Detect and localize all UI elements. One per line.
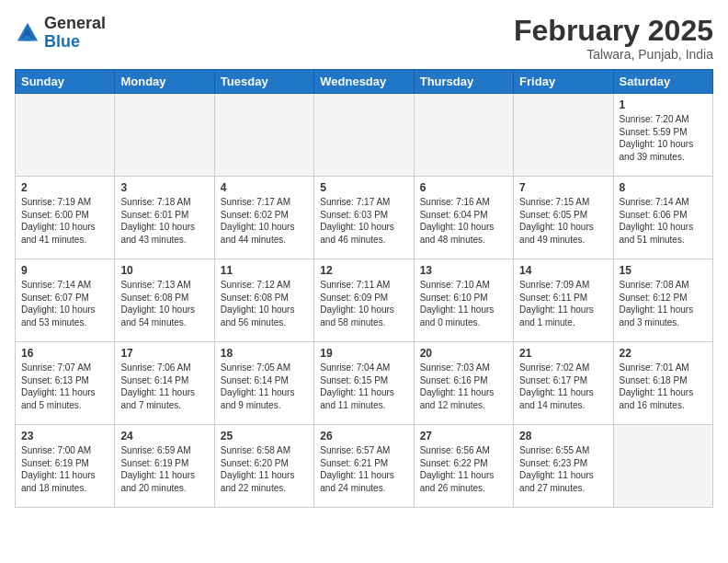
day-number: 2 [21,181,108,194]
day-cell-16: 16Sunrise: 7:07 AM Sunset: 6:13 PM Dayli… [16,342,115,425]
empty-cell [414,94,513,177]
day-info: Sunrise: 7:14 AM Sunset: 6:06 PM Dayligh… [620,196,707,246]
day-number: 8 [620,181,707,194]
day-cell-18: 18Sunrise: 7:05 AM Sunset: 6:14 PM Dayli… [214,342,313,425]
day-cell-23: 23Sunrise: 7:00 AM Sunset: 6:19 PM Dayli… [16,425,115,508]
day-cell-1: 1Sunrise: 7:20 AM Sunset: 5:59 PM Daylig… [613,94,712,177]
day-cell-15: 15Sunrise: 7:08 AM Sunset: 6:12 PM Dayli… [613,259,712,342]
day-cell-22: 22Sunrise: 7:01 AM Sunset: 6:18 PM Dayli… [613,342,712,425]
day-cell-14: 14Sunrise: 7:09 AM Sunset: 6:11 PM Dayli… [514,259,613,342]
day-cell-17: 17Sunrise: 7:06 AM Sunset: 6:14 PM Dayli… [115,342,214,425]
day-cell-25: 25Sunrise: 6:58 AM Sunset: 6:20 PM Dayli… [214,425,313,508]
day-cell-20: 20Sunrise: 7:03 AM Sunset: 6:16 PM Dayli… [414,342,513,425]
day-cell-28: 28Sunrise: 6:55 AM Sunset: 6:23 PM Dayli… [514,425,613,508]
day-number: 6 [420,181,507,194]
day-number: 23 [21,430,108,442]
day-number: 28 [519,430,607,442]
day-cell-27: 27Sunrise: 6:56 AM Sunset: 6:22 PM Dayli… [414,425,513,508]
day-number: 25 [221,430,308,442]
day-number: 22 [620,347,707,360]
weekday-header-sunday: Sunday [16,70,115,94]
day-info: Sunrise: 7:19 AM Sunset: 6:00 PM Dayligh… [21,196,108,246]
empty-cell [16,94,115,177]
day-cell-11: 11Sunrise: 7:12 AM Sunset: 6:08 PM Dayli… [214,259,313,342]
day-number: 14 [519,264,607,277]
day-info: Sunrise: 7:17 AM Sunset: 6:03 PM Dayligh… [320,196,407,246]
day-info: Sunrise: 7:10 AM Sunset: 6:10 PM Dayligh… [420,279,507,328]
calendar-table: SundayMondayTuesdayWednesdayThursdayFrid… [15,69,713,508]
day-cell-9: 9Sunrise: 7:14 AM Sunset: 6:07 PM Daylig… [16,259,115,342]
day-info: Sunrise: 7:11 AM Sunset: 6:09 PM Dayligh… [320,279,407,328]
day-number: 4 [221,181,308,194]
day-number: 5 [320,181,407,194]
day-number: 18 [221,347,308,360]
day-cell-13: 13Sunrise: 7:10 AM Sunset: 6:10 PM Dayli… [414,259,513,342]
day-info: Sunrise: 7:05 AM Sunset: 6:14 PM Dayligh… [221,362,308,411]
day-number: 17 [120,347,208,360]
weekday-header-wednesday: Wednesday [314,70,414,94]
empty-cell [115,94,214,177]
day-cell-7: 7Sunrise: 7:15 AM Sunset: 6:05 PM Daylig… [514,177,613,259]
day-cell-26: 26Sunrise: 6:57 AM Sunset: 6:21 PM Dayli… [314,425,414,508]
day-info: Sunrise: 7:20 AM Sunset: 5:59 PM Dayligh… [620,113,707,163]
week-row-4: 16Sunrise: 7:07 AM Sunset: 6:13 PM Dayli… [16,342,713,425]
day-info: Sunrise: 6:57 AM Sunset: 6:21 PM Dayligh… [320,444,407,494]
day-number: 27 [420,430,507,442]
day-info: Sunrise: 7:12 AM Sunset: 6:08 PM Dayligh… [221,279,308,328]
weekday-header-thursday: Thursday [414,70,513,94]
day-info: Sunrise: 7:16 AM Sunset: 6:04 PM Dayligh… [420,196,507,246]
week-row-5: 23Sunrise: 7:00 AM Sunset: 6:19 PM Dayli… [16,425,713,508]
day-cell-3: 3Sunrise: 7:18 AM Sunset: 6:01 PM Daylig… [115,177,214,259]
week-row-1: 1Sunrise: 7:20 AM Sunset: 5:59 PM Daylig… [16,94,713,177]
day-number: 19 [320,347,407,360]
page-header: General Blue February 2025 Talwara, Punj… [15,15,713,62]
calendar-title: February 2025 [514,15,713,47]
logo-blue-text: Blue [44,32,80,51]
title-block: February 2025 Talwara, Punjab, India [514,15,713,62]
day-number: 20 [420,347,507,360]
day-info: Sunrise: 7:09 AM Sunset: 6:11 PM Dayligh… [519,279,607,328]
day-number: 13 [420,264,507,277]
day-number: 10 [120,264,208,277]
day-cell-12: 12Sunrise: 7:11 AM Sunset: 6:09 PM Dayli… [314,259,414,342]
empty-cell [613,425,712,508]
weekday-header-saturday: Saturday [613,70,712,94]
week-row-3: 9Sunrise: 7:14 AM Sunset: 6:07 PM Daylig… [16,259,713,342]
day-number: 1 [620,98,707,111]
logo-icon [15,20,40,46]
day-cell-4: 4Sunrise: 7:17 AM Sunset: 6:02 PM Daylig… [214,177,313,259]
empty-cell [214,94,313,177]
day-cell-8: 8Sunrise: 7:14 AM Sunset: 6:06 PM Daylig… [613,177,712,259]
day-number: 16 [21,347,108,360]
day-info: Sunrise: 7:13 AM Sunset: 6:08 PM Dayligh… [120,279,208,328]
day-cell-5: 5Sunrise: 7:17 AM Sunset: 6:03 PM Daylig… [314,177,414,259]
day-number: 21 [519,347,607,360]
weekday-header-monday: Monday [115,70,214,94]
day-info: Sunrise: 6:58 AM Sunset: 6:20 PM Dayligh… [221,444,308,494]
day-info: Sunrise: 7:08 AM Sunset: 6:12 PM Dayligh… [620,279,707,328]
day-info: Sunrise: 7:00 AM Sunset: 6:19 PM Dayligh… [21,444,108,494]
day-info: Sunrise: 7:18 AM Sunset: 6:01 PM Dayligh… [120,196,208,246]
day-cell-6: 6Sunrise: 7:16 AM Sunset: 6:04 PM Daylig… [414,177,513,259]
day-info: Sunrise: 7:02 AM Sunset: 6:17 PM Dayligh… [519,362,607,411]
day-info: Sunrise: 6:55 AM Sunset: 6:23 PM Dayligh… [519,444,607,494]
day-info: Sunrise: 7:03 AM Sunset: 6:16 PM Dayligh… [420,362,507,411]
day-number: 7 [519,181,607,194]
day-number: 9 [21,264,108,277]
day-cell-2: 2Sunrise: 7:19 AM Sunset: 6:00 PM Daylig… [16,177,115,259]
day-info: Sunrise: 7:07 AM Sunset: 6:13 PM Dayligh… [21,362,108,411]
day-info: Sunrise: 6:59 AM Sunset: 6:19 PM Dayligh… [120,444,208,494]
weekday-header-friday: Friday [514,70,613,94]
day-number: 11 [221,264,308,277]
day-info: Sunrise: 7:15 AM Sunset: 6:05 PM Dayligh… [519,196,607,246]
logo-general-text: General [44,14,106,32]
calendar-subtitle: Talwara, Punjab, India [514,47,713,62]
day-info: Sunrise: 7:01 AM Sunset: 6:18 PM Dayligh… [620,362,707,411]
day-cell-24: 24Sunrise: 6:59 AM Sunset: 6:19 PM Dayli… [115,425,214,508]
empty-cell [514,94,613,177]
day-cell-21: 21Sunrise: 7:02 AM Sunset: 6:17 PM Dayli… [514,342,613,425]
logo: General Blue [15,15,106,52]
week-row-2: 2Sunrise: 7:19 AM Sunset: 6:00 PM Daylig… [16,177,713,259]
day-info: Sunrise: 6:56 AM Sunset: 6:22 PM Dayligh… [420,444,507,494]
day-number: 3 [120,181,208,194]
